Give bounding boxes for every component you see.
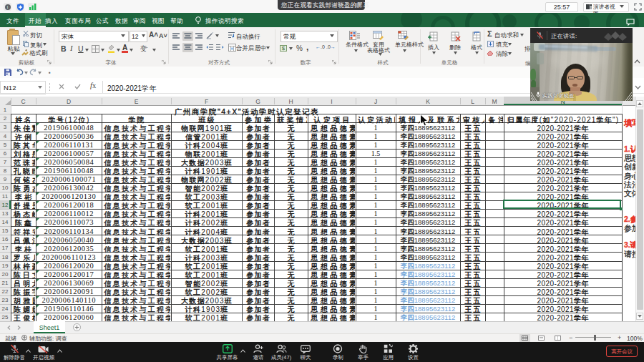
svg-text:$: $ xyxy=(282,45,286,52)
